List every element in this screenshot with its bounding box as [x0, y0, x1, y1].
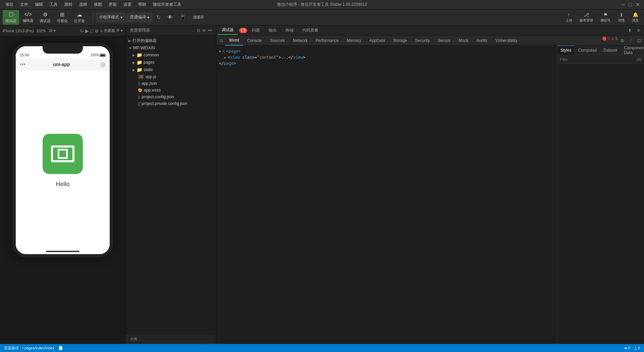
tab-performance[interactable]: Performance	[312, 36, 343, 46]
mode-chevron-icon: ▾	[120, 15, 122, 20]
test-number-button[interactable]: ⚑ 测试号	[598, 11, 613, 24]
message-button[interactable]: 🔔 消息	[629, 11, 641, 24]
tab-mock[interactable]: Mock	[454, 36, 472, 46]
menu-devtools[interactable]: 微信开发者工具	[152, 1, 182, 8]
logo-inner	[58, 149, 68, 159]
folder-static[interactable]: ▶ 📁 static	[126, 66, 216, 73]
tab-terminal[interactable]: 终端	[281, 26, 298, 35]
tab-storage[interactable]: Storage	[389, 36, 411, 46]
nav-dots-icon: •••	[20, 61, 25, 67]
upload-button[interactable]: ↑ 上传	[563, 11, 575, 24]
preview-button[interactable]: 👁	[165, 13, 175, 22]
upload-icon: ↑	[568, 12, 570, 17]
error-count: 🔴 1	[602, 37, 610, 45]
close-button[interactable]: ✕	[635, 2, 640, 7]
tab-dataset[interactable]: Dataset	[600, 46, 621, 55]
file-project-config[interactable]: {} project.config.json	[126, 94, 216, 100]
tab-network[interactable]: Network	[289, 36, 312, 46]
debugger-button[interactable]: ⚙ 调试器	[37, 10, 53, 25]
clear-cache-button[interactable]: 清缓存	[190, 13, 207, 21]
real-machine-button[interactable]: 📱	[177, 13, 189, 22]
page-open-tag: <	[222, 49, 225, 54]
warn-count: ⚠ 5	[611, 37, 618, 45]
chevron-right-icon: ▶	[128, 39, 131, 43]
new-file-icon[interactable]: ⊕	[202, 28, 206, 33]
section-open-editors[interactable]: ▶ 打开的编辑器	[126, 37, 216, 45]
close-devtools-icon[interactable]: ✕	[635, 26, 643, 35]
inspect-icon[interactable]: ⊡	[218, 37, 225, 44]
html-line-page[interactable]: ▼ <<page>	[219, 48, 554, 54]
expand-panel-icon[interactable]: ⊡	[636, 37, 643, 45]
tab-output[interactable]: 输出	[265, 26, 281, 35]
tab-problems[interactable]: 问题	[248, 26, 264, 35]
tab-audits[interactable]: Audits	[472, 36, 491, 46]
tab-sources[interactable]: Sources	[266, 36, 289, 46]
version-management-button[interactable]: ⎇ 版本管理	[577, 11, 596, 24]
maximize-button[interactable]: □	[628, 2, 633, 7]
refresh-icon: ↻	[156, 14, 161, 20]
file-icon-status[interactable]: 📄	[58, 346, 63, 350]
menu-interface[interactable]: 界面	[107, 1, 118, 8]
editor-button[interactable]: </> 编辑器	[20, 10, 36, 24]
tab-console[interactable]: Console	[243, 36, 266, 46]
tab-styles[interactable]: Styles	[557, 46, 575, 55]
compile-dropdown[interactable]: 普通编译 ▾	[127, 13, 152, 22]
tab-component-data[interactable]: Component Data	[621, 46, 644, 55]
tab-computed[interactable]: Computed	[575, 46, 600, 55]
tab-vulnerability[interactable]: Vulnerability	[491, 36, 521, 46]
cls-badge: .cls	[636, 57, 642, 61]
cloud-button[interactable]: ☁ 云开发	[71, 10, 88, 25]
menu-project[interactable]: 项目	[4, 1, 15, 8]
tab-appdata[interactable]: AppData	[365, 36, 389, 46]
tab-code-quality[interactable]: 代码质量	[298, 26, 322, 35]
file-more-icon[interactable]: •••	[208, 28, 212, 33]
file-app-js[interactable]: JS app.js	[126, 73, 216, 80]
more-options-icon[interactable]: ⋮	[627, 37, 635, 45]
battery-indicator: 100%	[90, 53, 106, 57]
tab-security[interactable]: Security	[411, 36, 434, 46]
folder-common[interactable]: ▶ 📁 common	[126, 51, 216, 59]
html-line-page-close[interactable]: </page>	[219, 60, 554, 66]
visual-icon: ⊞	[60, 11, 64, 18]
mode-dropdown[interactable]: 小程序模式 ▾	[96, 13, 125, 22]
hotload-btn[interactable]: 热重载 开 ▾	[104, 28, 123, 34]
reload-icon[interactable]: ↻	[80, 28, 84, 34]
file-app-wxss[interactable]: 🎨 app.wxss	[126, 87, 216, 94]
html-line-view[interactable]: ▶ <view class="content">...</view>	[224, 54, 554, 60]
menu-select[interactable]: 选择	[78, 1, 89, 8]
scale-dropdown[interactable]: 16 ▾	[48, 28, 55, 33]
menu-tool[interactable]: 工具	[48, 1, 59, 8]
expand-icon[interactable]: ⬆	[626, 26, 634, 35]
main-area: iPhone 12/13 (Pro) 102% 16 ▾ ↻ ▶ □ ⊕ ≡ 热…	[0, 25, 644, 344]
clear-cache-label: 清缓存	[193, 15, 204, 20]
settings-icon[interactable]: ⚙	[619, 37, 626, 45]
more-icon[interactable]: ≡	[100, 28, 103, 34]
file-app-json[interactable]: {} app.json	[126, 80, 216, 87]
details-button[interactable]: ℹ 详情	[615, 11, 627, 24]
visual-button[interactable]: ⊞ 可视化	[54, 10, 70, 25]
page-path-label: 页面路径：/ pages/index/index	[4, 346, 54, 351]
screenshot-icon[interactable]: ⊕	[95, 28, 99, 34]
simulator-button[interactable]: ☐ 模拟器	[3, 10, 19, 25]
menu-settings[interactable]: 设置	[122, 1, 133, 8]
tab-sensor[interactable]: Sensor	[434, 36, 454, 46]
screen-icon[interactable]: □	[90, 28, 93, 34]
file-project-private[interactable]: {} project.private.config.json	[126, 100, 216, 107]
minimize-button[interactable]: ─	[621, 2, 625, 7]
tab-memory[interactable]: Memory	[343, 36, 365, 46]
styles-filter-input[interactable]	[560, 57, 634, 61]
styles-panel: Styles Computed Dataset Component Data .…	[557, 46, 644, 344]
compile-refresh-button[interactable]: ↻	[154, 13, 163, 22]
menu-view[interactable]: 视图	[93, 1, 103, 8]
play-icon[interactable]: ▶	[85, 28, 89, 34]
menu-edit[interactable]: 编辑	[34, 1, 44, 8]
menu-help[interactable]: 帮助	[137, 1, 148, 8]
tab-debugger[interactable]: 调试器	[218, 26, 238, 35]
section-mp-weixin[interactable]: ▼ MP-WEIXIN	[126, 45, 216, 51]
app-json-label: app.json	[142, 81, 157, 86]
folder-pages[interactable]: ▶ 📁 pages	[126, 59, 216, 66]
tab-wxml[interactable]: Wxml	[225, 36, 243, 46]
collapse-icon[interactable]: ⊟	[197, 28, 200, 33]
menu-file[interactable]: 文件	[19, 1, 30, 8]
menu-goto[interactable]: 跳转	[63, 1, 74, 8]
